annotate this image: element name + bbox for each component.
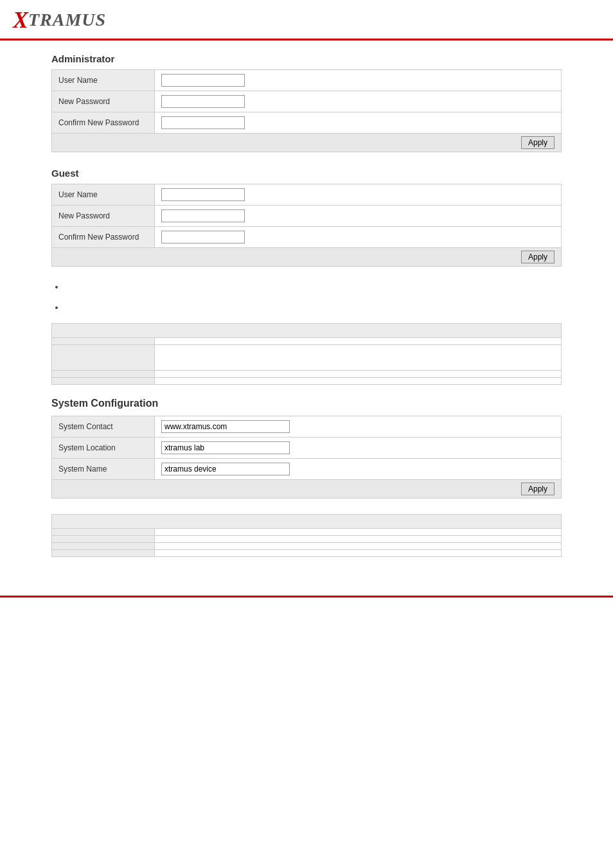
table-row: New Password <box>52 206 562 227</box>
table-row <box>52 345 562 371</box>
sys-name-input[interactable] <box>161 463 290 475</box>
header: X TRAMUS <box>0 0 613 40</box>
table-row: Confirm New Password <box>52 227 562 248</box>
sys-config-apply-button[interactable]: Apply <box>521 483 555 495</box>
sys-name-label: System Name <box>52 459 155 480</box>
table-header-row <box>52 515 562 529</box>
guest-newpass-input[interactable] <box>161 209 245 222</box>
info-cell <box>52 543 155 550</box>
info-cell <box>155 543 562 550</box>
table-row <box>52 371 562 378</box>
sys-location-label: System Location <box>52 438 155 459</box>
guest-username-label: User Name <box>52 184 155 206</box>
table-row: Confirm New Password <box>52 112 562 134</box>
logo-x: X <box>13 6 28 33</box>
table-row <box>52 378 562 385</box>
table-row: System Name <box>52 459 562 480</box>
info-cell <box>52 345 155 371</box>
sys-location-input[interactable] <box>161 441 290 454</box>
info-cell <box>155 550 562 557</box>
admin-newpass-input[interactable] <box>161 95 245 108</box>
info-cell <box>155 536 562 543</box>
info-cell <box>155 378 562 385</box>
sys-config-title: System Configuration <box>51 398 562 409</box>
sys-config-section: System Configuration System Contact Syst… <box>51 398 562 499</box>
admin-form-table: User Name New Password Confirm New Passw… <box>51 69 562 152</box>
admin-confirmpass-label: Confirm New Password <box>52 112 155 134</box>
info-cell <box>52 338 155 345</box>
admin-apply-button[interactable]: Apply <box>521 136 555 149</box>
info-cell <box>52 536 155 543</box>
info-table-2 <box>51 514 562 557</box>
main-content: Administrator User Name New Password Con… <box>0 40 613 583</box>
footer-line <box>0 596 613 598</box>
table-header-cell <box>52 324 562 338</box>
guest-newpass-label: New Password <box>52 206 155 227</box>
table-row: User Name <box>52 184 562 206</box>
table-row <box>52 550 562 557</box>
sys-config-table: System Contact System Location System Na… <box>51 416 562 499</box>
table-row: System Location <box>52 438 562 459</box>
guest-confirmpass-label: Confirm New Password <box>52 227 155 248</box>
sys-contact-input[interactable] <box>161 420 290 433</box>
guest-form-table: User Name New Password Confirm New Passw… <box>51 184 562 267</box>
guest-confirmpass-input[interactable] <box>161 231 245 244</box>
table-header-row <box>52 324 562 338</box>
table-row: New Password <box>52 91 562 112</box>
info-cell <box>52 529 155 536</box>
guest-username-input[interactable] <box>161 188 245 201</box>
admin-username-input[interactable] <box>161 74 245 87</box>
guest-title: Guest <box>51 168 562 179</box>
admin-username-label: User Name <box>52 70 155 91</box>
table-row <box>52 536 562 543</box>
info-cell <box>155 371 562 378</box>
admin-apply-row: Apply <box>52 134 562 152</box>
info-table-1 <box>51 323 562 385</box>
guest-section: Guest User Name New Password Confirm New… <box>51 168 562 267</box>
info-cell <box>155 529 562 536</box>
info-cell <box>52 550 155 557</box>
table-row: System Contact <box>52 416 562 438</box>
info-cell <box>52 378 155 385</box>
notes-list <box>64 282 562 312</box>
logo: X TRAMUS <box>13 6 600 33</box>
table-row <box>52 529 562 536</box>
admin-title: Administrator <box>51 53 562 64</box>
admin-confirmpass-input[interactable] <box>161 116 245 129</box>
note-item-1 <box>64 282 562 291</box>
note-item-2 <box>64 303 562 312</box>
logo-tramus: TRAMUS <box>28 10 106 30</box>
guest-apply-button[interactable]: Apply <box>521 251 555 263</box>
table-row <box>52 338 562 345</box>
sys-contact-label: System Contact <box>52 416 155 438</box>
info-cell <box>155 338 562 345</box>
table-row: User Name <box>52 70 562 91</box>
table-header-cell <box>52 515 562 529</box>
table-row <box>52 543 562 550</box>
info-cell <box>155 345 562 371</box>
admin-section: Administrator User Name New Password Con… <box>51 53 562 152</box>
guest-apply-row: Apply <box>52 248 562 267</box>
info-cell <box>52 371 155 378</box>
sys-config-apply-row: Apply <box>52 480 562 499</box>
admin-newpass-label: New Password <box>52 91 155 112</box>
